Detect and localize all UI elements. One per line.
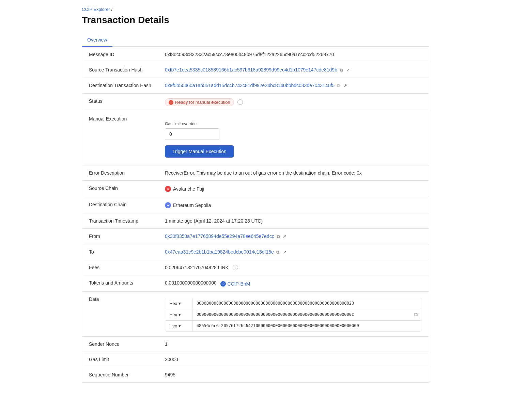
row-source-tx-hash: Source Transaction Hash 0xfb7e1eea5335c0…: [82, 62, 429, 78]
copy-source-tx-hash-button[interactable]: ⧉: [339, 67, 344, 73]
data-row-2: Hex ▾ 48656c6c6f20576f726c64210000000000…: [165, 321, 422, 331]
row-gas-limit: Gas Limit 20000: [82, 352, 429, 367]
dest-chain-icon-container: ⧫ Ethereum Sepolia: [165, 202, 211, 208]
label-dest-tx-hash: Destination Transaction Hash: [82, 78, 158, 94]
hex-select-1[interactable]: Hex ▾: [165, 309, 192, 320]
tab-overview[interactable]: Overview: [82, 34, 112, 47]
details-table: Message ID 0xf8dc098c832332ac59ccc73ee00…: [82, 47, 429, 383]
row-manual-execution: Manual Execution Gas limit override Trig…: [82, 111, 429, 165]
label-tokens-and-amounts: Tokens and Amounts: [82, 275, 158, 292]
status-badge: ! Ready for manual execution: [165, 98, 234, 106]
value-to: 0x47eaa31c9e2b1b1ba19824bedcbe0014c15df1…: [158, 244, 429, 260]
copy-data-button[interactable]: ⧉: [410, 309, 422, 320]
value-tokens-and-amounts: 0.001000000000000000 ⬡ CCIP-BnM: [158, 275, 429, 292]
value-data: Hex ▾ 0000000000000000000000000000000000…: [158, 291, 429, 336]
breadcrumb-separator: /: [111, 7, 112, 12]
gas-limit-input[interactable]: [165, 128, 219, 140]
ethereum-icon: ⧫: [165, 202, 171, 208]
label-message-id: Message ID: [82, 47, 158, 62]
value-fees: 0.020647132170704928 LINK i: [158, 260, 429, 275]
source-chain-icon-container: A Avalanche Fuji: [165, 186, 204, 192]
value-source-tx-hash: 0xfb7e1eea5335c018589166b1ac597b618a9289…: [158, 62, 429, 78]
open-from-button[interactable]: ↗: [282, 234, 288, 239]
hex-label-1: Hex: [169, 312, 177, 317]
open-to-button[interactable]: ↗: [282, 249, 288, 255]
avalanche-icon: A: [165, 186, 171, 192]
token-amount: 0.001000000000000000: [165, 280, 217, 286]
source-tx-hash-link[interactable]: 0xfb7e1eea5335c018589166b1ac597b618a9289…: [165, 67, 337, 72]
value-status: ! Ready for manual execution i: [158, 94, 429, 111]
copy-from-button[interactable]: ⧉: [276, 234, 281, 239]
breadcrumb-explorer-link[interactable]: CCIP Explorer: [82, 7, 110, 12]
source-chain-text: Avalanche Fuji: [173, 186, 204, 192]
row-data: Data Hex ▾ 00000000000000000000000000000…: [82, 291, 429, 336]
data-value-0: 0000000000000000000000000000000000000000…: [192, 298, 422, 308]
trigger-manual-execution-button[interactable]: Trigger Manual Execution: [165, 145, 234, 158]
data-row-1: Hex ▾ 0000000000000000000000000000000000…: [165, 309, 422, 321]
row-message-id: Message ID 0xf8dc098c832332ac59ccc73ee00…: [82, 47, 429, 62]
value-manual-execution: Gas limit override Trigger Manual Execut…: [158, 111, 429, 165]
hex-select-2[interactable]: Hex ▾: [165, 321, 192, 331]
fees-text: 0.020647132170704928 LINK: [165, 265, 229, 270]
ccip-token-container: ⬡ CCIP-BnM: [220, 281, 250, 287]
row-sequence-number: Sequence Number 9495: [82, 367, 429, 382]
hex-select-0[interactable]: Hex ▾: [165, 298, 192, 309]
hex-label-0: Hex: [169, 301, 177, 306]
manual-execution-box: Gas limit override Trigger Manual Execut…: [165, 116, 422, 160]
label-data: Data: [82, 291, 158, 336]
row-fees: Fees 0.020647132170704928 LINK i: [82, 260, 429, 275]
gas-limit-label: Gas limit override: [165, 122, 422, 126]
chevron-down-icon-2: ▾: [179, 323, 181, 328]
value-dest-chain: ⧫ Ethereum Sepolia: [158, 197, 429, 213]
open-source-tx-hash-button[interactable]: ↗: [345, 67, 351, 72]
label-manual-execution: Manual Execution: [82, 111, 158, 165]
label-error-description: Error Description: [82, 165, 158, 181]
label-status: Status: [82, 94, 158, 111]
value-sender-nonce: 1: [158, 336, 429, 352]
row-dest-tx-hash: Destination Transaction Hash 0x9f5b50460…: [82, 78, 429, 94]
data-value-1: 0000000000000000000000000000000000000000…: [192, 309, 410, 320]
copy-to-button[interactable]: ⧉: [275, 249, 280, 255]
value-dest-tx-hash: 0x9f5b50460a1ab551add15dc4b743c81df992e3…: [158, 78, 429, 94]
status-dot: !: [169, 100, 173, 105]
from-address-link[interactable]: 0x30f8358a7e17765894de55e294a78ee645e7ed…: [165, 233, 274, 239]
value-tx-timestamp: 1 minute ago (April 12, 2024 at 17:20:23…: [158, 213, 429, 229]
dest-chain-text: Ethereum Sepolia: [173, 203, 211, 208]
row-to: To 0x47eaa31c9e2b1b1ba19824bedcbe0014c15…: [82, 244, 429, 260]
status-text: Ready for manual execution: [175, 100, 230, 105]
label-from: From: [82, 229, 158, 244]
row-source-chain: Source Chain A Avalanche Fuji: [82, 181, 429, 197]
to-address-link[interactable]: 0x47eaa31c9e2b1b1ba19824bedcbe0014c15df1…: [165, 249, 274, 255]
fees-info-icon[interactable]: i: [233, 265, 238, 270]
row-sender-nonce: Sender Nonce 1: [82, 336, 429, 352]
value-message-id: 0xf8dc098c832332ac59ccc73ee00b480975d8f1…: [158, 47, 429, 62]
chevron-down-icon-0: ▾: [179, 301, 181, 306]
breadcrumb: CCIP Explorer /: [82, 7, 429, 12]
label-fees: Fees: [82, 260, 158, 275]
page-title: Transaction Details: [82, 15, 429, 26]
label-gas-limit: Gas Limit: [82, 352, 158, 367]
label-sender-nonce: Sender Nonce: [82, 336, 158, 352]
label-dest-chain: Destination Chain: [82, 197, 158, 213]
ccip-token-icon: ⬡: [220, 281, 226, 287]
value-sequence-number: 9495: [158, 367, 429, 382]
data-value-2: 48656c6c6f20576f726c64210000000000000000…: [192, 321, 422, 331]
data-rows-container: Hex ▾ 0000000000000000000000000000000000…: [165, 298, 422, 332]
label-to: To: [82, 244, 158, 260]
dest-tx-hash-link[interactable]: 0x9f5b50460a1ab551add15dc4b743c81df992e3…: [165, 83, 335, 88]
ccip-token-link[interactable]: CCIP-BnM: [227, 281, 250, 287]
hex-label-2: Hex: [169, 323, 177, 328]
fees-info: 0.020647132170704928 LINK i: [165, 265, 238, 270]
status-info-icon[interactable]: i: [237, 99, 243, 105]
value-error-description: ReceiverError. This may be due to an out…: [158, 165, 429, 181]
row-status: Status ! Ready for manual execution i: [82, 94, 429, 111]
open-dest-tx-hash-button[interactable]: ↗: [342, 83, 348, 88]
value-source-chain: A Avalanche Fuji: [158, 181, 429, 197]
value-gas-limit: 20000: [158, 352, 429, 367]
row-tokens-and-amounts: Tokens and Amounts 0.001000000000000000 …: [82, 275, 429, 292]
data-row-0: Hex ▾ 0000000000000000000000000000000000…: [165, 298, 422, 309]
label-sequence-number: Sequence Number: [82, 367, 158, 382]
label-tx-timestamp: Transaction Timestamp: [82, 213, 158, 229]
copy-dest-tx-hash-button[interactable]: ⧉: [336, 83, 341, 88]
row-tx-timestamp: Transaction Timestamp 1 minute ago (Apri…: [82, 213, 429, 229]
